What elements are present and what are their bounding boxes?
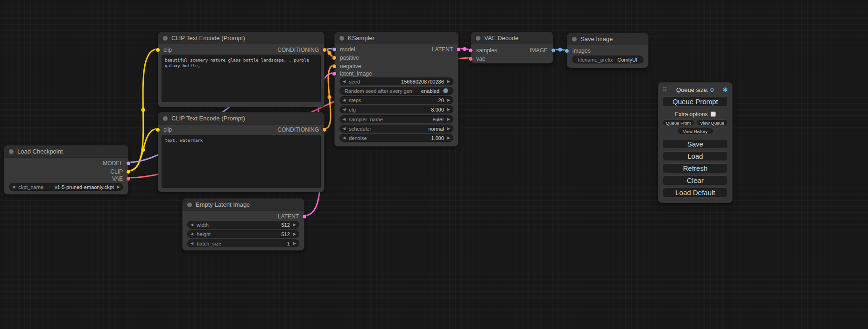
collapse-dot-icon[interactable] [476, 36, 480, 41]
node-clip-text-encode-negative[interactable]: CLIP Text Encode (Prompt) clip CONDITION… [158, 112, 325, 192]
decrement-arrow-icon[interactable]: ◀ [343, 118, 346, 121]
load-default-button[interactable]: Load Default [663, 188, 728, 197]
save-button[interactable]: Save [663, 139, 728, 149]
drag-handle-icon[interactable]: ⠿ [663, 86, 667, 93]
queue-prompt-button[interactable]: Queue Prompt [663, 96, 728, 107]
node-title-bar[interactable]: CLIP Text Encode (Prompt) [158, 112, 324, 125]
widget-label: height [197, 231, 211, 237]
node-title-bar[interactable]: Load Checkpoint [4, 146, 128, 158]
extra-options-checkbox[interactable] [711, 112, 716, 117]
port-dot-vae[interactable] [468, 56, 473, 61]
collapse-dot-icon[interactable] [163, 36, 168, 41]
graph-canvas[interactable]: Load Checkpoint MODEL CLIP VAE ◀ ckpt_na… [0, 0, 868, 329]
widget-filename-prefix[interactable]: filename_prefix ComfyUI [572, 56, 643, 63]
port-dot-latent[interactable] [456, 47, 461, 52]
widget-cfg[interactable]: ◀ cfg 8.000 ▶ [339, 105, 453, 113]
widget-batch-size[interactable]: ◀ batch_size 1 ▶ [187, 239, 299, 247]
widget-seed[interactable]: ◀ seed 156680208700286 ▶ [339, 77, 453, 85]
port-dot-vae[interactable] [126, 176, 131, 181]
output-port-model: MODEL [103, 160, 128, 166]
widget-label: batch_size [197, 241, 221, 246]
increment-arrow-icon[interactable]: ▶ [447, 108, 450, 112]
decrement-arrow-icon[interactable]: ◀ [191, 223, 193, 227]
collapse-dot-icon[interactable] [187, 203, 192, 207]
view-history-button[interactable]: View History [677, 128, 713, 134]
queue-front-button[interactable]: Queue Front [663, 119, 694, 126]
widget-label: width [197, 222, 209, 228]
collapse-dot-icon[interactable] [339, 36, 344, 41]
port-dot-image[interactable] [551, 48, 556, 53]
increment-arrow-icon[interactable]: ▶ [117, 185, 120, 189]
decrement-arrow-icon[interactable]: ◀ [12, 185, 15, 189]
widget-sampler-name[interactable]: ◀ sampler_name euler ▶ [339, 115, 453, 123]
prompt-textarea[interactable]: beautiful scenery nature glass bottle la… [162, 55, 321, 102]
widget-width[interactable]: ◀ width 512 ▶ [187, 221, 299, 229]
port-label: latent_image [340, 70, 372, 77]
view-queue-button[interactable]: View Queue [697, 119, 728, 126]
port-dot-latent[interactable] [302, 214, 307, 219]
port-dot-model[interactable] [126, 161, 131, 166]
increment-arrow-icon[interactable]: ▶ [293, 223, 296, 227]
node-title-bar[interactable]: Save Image [567, 33, 648, 45]
decrement-arrow-icon[interactable]: ◀ [343, 80, 346, 84]
node-save-image[interactable]: Save Image images filename_prefix ComfyU… [567, 33, 649, 68]
port-dot-clip[interactable] [126, 169, 131, 174]
widget-value: 512 [281, 231, 289, 237]
node-clip-text-encode-positive[interactable]: CLIP Text Encode (Prompt) clip CONDITION… [158, 32, 325, 107]
output-port-latent: LATENT [278, 213, 304, 219]
node-title: CLIP Text Encode (Prompt) [171, 35, 245, 42]
port-label: LATENT [432, 46, 453, 53]
port-dot-clip[interactable] [155, 48, 160, 52]
increment-arrow-icon[interactable]: ▶ [447, 98, 450, 102]
widget-ckpt-name[interactable]: ◀ ckpt_name v1-5-pruned-emaonly.ckpt ▶ [9, 183, 123, 191]
increment-arrow-icon[interactable]: ▶ [447, 127, 450, 131]
port-dot-latent[interactable] [468, 48, 473, 53]
clear-button[interactable]: Clear [663, 175, 728, 185]
port-dot-latent[interactable] [332, 71, 337, 76]
decrement-arrow-icon[interactable]: ◀ [343, 108, 346, 112]
toggle-knob-icon[interactable] [443, 88, 448, 93]
prompt-textarea[interactable]: text, watermark [162, 135, 321, 188]
refresh-button[interactable]: Refresh [663, 163, 728, 173]
port-dot-conditioning[interactable] [322, 127, 327, 132]
increment-arrow-icon[interactable]: ▶ [447, 136, 450, 140]
link-midpoint-dot [328, 95, 332, 99]
widget-denoise[interactable]: ◀ denoise 1.000 ▶ [339, 134, 453, 142]
node-title-bar[interactable]: VAE Decode [471, 32, 553, 44]
output-port-conditioning: CONDITIONING [277, 47, 324, 53]
collapse-dot-icon[interactable] [572, 37, 577, 42]
port-dot-conditioning[interactable] [332, 64, 337, 69]
settings-gear-icon[interactable]: ✱ [723, 86, 728, 93]
decrement-arrow-icon[interactable]: ◀ [191, 232, 193, 236]
decrement-arrow-icon[interactable]: ◀ [191, 242, 193, 245]
node-vae-decode[interactable]: VAE Decode samples vae IMAGE [471, 32, 553, 63]
node-load-checkpoint[interactable]: Load Checkpoint MODEL CLIP VAE ◀ ckpt_na… [4, 145, 128, 195]
widget-scheduler[interactable]: ◀ scheduler normal ▶ [339, 125, 453, 133]
load-button[interactable]: Load [663, 151, 728, 161]
port-dot-model[interactable] [332, 47, 337, 52]
increment-arrow-icon[interactable]: ▶ [293, 232, 296, 236]
node-title-bar[interactable]: CLIP Text Encode (Prompt) [158, 32, 324, 44]
widget-height[interactable]: ◀ height 512 ▶ [187, 230, 299, 238]
increment-arrow-icon[interactable]: ▶ [293, 242, 296, 245]
widget-random-seed[interactable]: Random seed after every gen enabled [339, 87, 453, 95]
decrement-arrow-icon[interactable]: ◀ [343, 98, 346, 102]
collapse-dot-icon[interactable] [9, 149, 14, 154]
node-title-bar[interactable]: KSampler [335, 32, 458, 44]
input-port-negative: negative [335, 63, 361, 69]
increment-arrow-icon[interactable]: ▶ [447, 118, 450, 121]
decrement-arrow-icon[interactable]: ◀ [343, 136, 346, 140]
widget-steps[interactable]: ◀ steps 20 ▶ [339, 96, 453, 104]
node-empty-latent-image[interactable]: Empty Latent Image LATENT ◀ width 512 ▶ … [182, 198, 304, 251]
link-midpoint-dot [141, 108, 145, 112]
node-title-bar[interactable]: Empty Latent Image [183, 199, 304, 211]
port-dot-clip[interactable] [155, 127, 160, 132]
increment-arrow-icon[interactable]: ▶ [447, 80, 450, 84]
port-dot-conditioning[interactable] [332, 56, 337, 60]
port-dot-conditioning[interactable] [322, 48, 327, 52]
collapse-dot-icon[interactable] [163, 116, 168, 121]
node-ksampler[interactable]: KSampler model positive negative latent_… [334, 32, 459, 147]
port-dot-image[interactable] [565, 49, 569, 53]
widget-value: 8.000 [431, 107, 444, 112]
decrement-arrow-icon[interactable]: ◀ [343, 127, 346, 131]
